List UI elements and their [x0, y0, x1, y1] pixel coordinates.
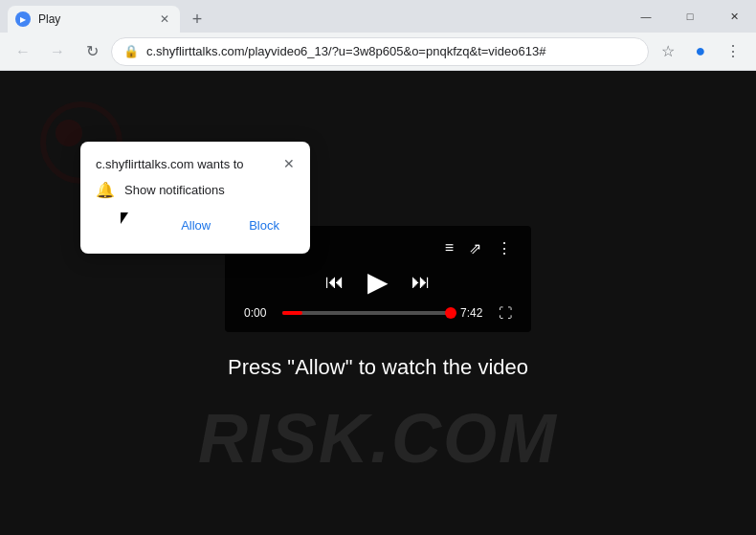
svg-point-1: [56, 120, 82, 146]
maximize-button[interactable]: □: [668, 0, 712, 33]
browser-frame: ▶ Play ✕ + — □ ✕ ← → ↻ 🔒 c.shyflirttalks…: [0, 0, 756, 535]
minimize-button[interactable]: —: [624, 0, 668, 33]
playlist-icon[interactable]: ≡: [445, 239, 454, 257]
popup-action-buttons: Allow Block: [96, 212, 295, 238]
share-icon[interactable]: ⇗: [469, 239, 481, 257]
url-text: c.shyflirttalks.com/playvideo6_13/?u=3w8…: [146, 44, 636, 58]
player-right-icons: ≡ ⇗ ⋮: [445, 239, 512, 257]
progress-bar[interactable]: [282, 311, 453, 315]
skip-back-button[interactable]: ⏮: [325, 271, 345, 293]
popup-title: c.shyflirttalks.com wants to: [96, 157, 244, 171]
notification-option-row: 🔔 Show notifications: [96, 181, 295, 199]
content-area: ⌄ ≡ ⇗ ⋮ ⏮ ▶ ⏭ 0:00: [0, 71, 756, 535]
tab-title: Play: [38, 12, 149, 26]
toolbar: ← → ↻ 🔒 c.shyflirttalks.com/playvideo6_1…: [0, 33, 756, 71]
progress-row: 0:00 7:42 ⛶: [244, 305, 512, 321]
total-time: 7:42: [460, 306, 491, 320]
account-icon[interactable]: ●: [685, 36, 716, 67]
fullscreen-icon[interactable]: ⛶: [499, 305, 512, 321]
address-bar[interactable]: 🔒 c.shyflirttalks.com/playvideo6_13/?u=3…: [111, 37, 649, 66]
player-controls: ⏮ ▶ ⏭: [244, 266, 512, 298]
press-allow-text: Press "Allow" to watch the video: [228, 355, 528, 380]
refresh-button[interactable]: ↻: [77, 36, 107, 67]
play-button[interactable]: ▶: [367, 266, 389, 298]
tab-favicon: ▶: [15, 11, 31, 27]
toolbar-right: ☆ ● ⋮: [653, 36, 748, 67]
forward-button[interactable]: →: [42, 36, 73, 67]
menu-icon[interactable]: ⋮: [718, 36, 748, 67]
block-button[interactable]: Block: [233, 212, 295, 238]
progress-dot: [445, 307, 456, 319]
active-tab[interactable]: ▶ Play ✕: [8, 6, 180, 33]
back-button[interactable]: ←: [8, 36, 38, 67]
lock-icon: 🔒: [123, 44, 139, 58]
popup-close-icon[interactable]: ✕: [283, 157, 295, 170]
video-background: ⌄ ≡ ⇗ ⋮ ⏮ ▶ ⏭ 0:00: [0, 71, 756, 535]
notification-popup: c.shyflirttalks.com wants to ✕ 🔔 Show no…: [80, 142, 310, 254]
tab-close-icon[interactable]: ✕: [157, 11, 172, 27]
new-tab-button[interactable]: +: [184, 6, 211, 33]
show-notifications-text: Show notifications: [124, 183, 225, 197]
close-button[interactable]: ✕: [712, 0, 756, 33]
current-time: 0:00: [244, 306, 275, 320]
bell-icon: 🔔: [96, 181, 115, 199]
allow-button[interactable]: Allow: [166, 212, 226, 238]
skip-forward-button[interactable]: ⏭: [411, 271, 431, 293]
progress-fill: [282, 311, 302, 315]
popup-header: c.shyflirttalks.com wants to ✕: [96, 157, 295, 171]
watermark-text: RISK.COM: [198, 399, 558, 478]
more-icon[interactable]: ⋮: [497, 239, 512, 257]
bookmark-icon[interactable]: ☆: [653, 36, 683, 67]
window-controls: — □ ✕: [624, 0, 756, 33]
title-bar: ▶ Play ✕ + — □ ✕: [0, 0, 756, 33]
tab-bar: ▶ Play ✕ +: [0, 0, 624, 33]
